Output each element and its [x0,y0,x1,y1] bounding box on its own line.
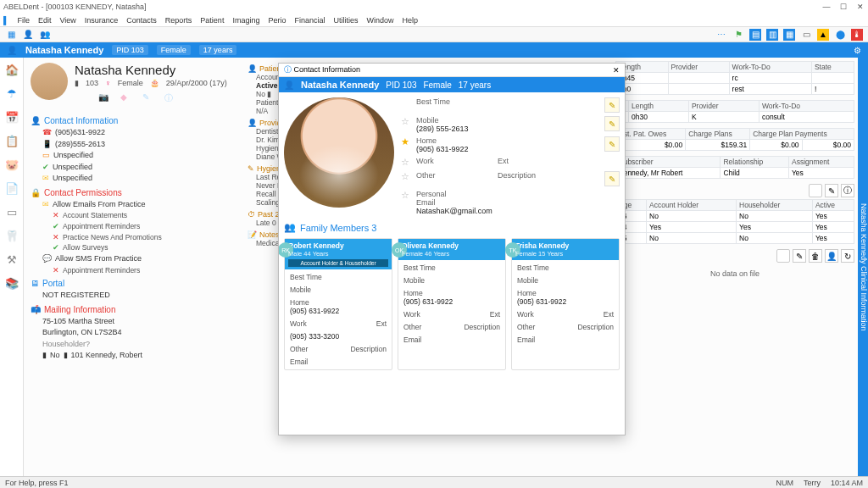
family-card[interactable]: OKOlivera KennedyFemale 46 Years Best Ti… [398,238,506,370]
family-card[interactable]: RKRobert KennedyMale 44 YearsAccount Hol… [284,238,392,370]
menu-edit[interactable]: Edit [38,16,52,25]
other-lbl: Other [416,171,467,180]
doc2-icon[interactable]: ▥ [766,29,778,41]
app-title: ABELDent - [000103 KENNEDY, Natasha] [3,3,146,11]
appointments-grid: LengthProviderWork-To-DoState 0h45rc 1h0… [615,61,854,95]
delete-button[interactable]: 🗑 [809,249,822,263]
refresh-button[interactable]: ↻ [841,249,854,263]
close-icon[interactable]: ✕ [856,3,865,11]
edit-other[interactable]: ✎ [604,171,620,186]
home-lbl: Home [416,136,467,145]
linked-person: 101 Kennedy, Robert [71,350,142,362]
nav-tool-icon[interactable]: ⚒ [5,252,19,266]
mail-icon: ✉ [42,173,49,185]
edit-button[interactable]: ✎ [825,184,838,197]
star2-icon[interactable]: ☆ [401,157,411,168]
menu-contacts[interactable]: Contacts [126,16,157,25]
diamond-icon[interactable]: ◆ [120,92,132,104]
modal-close-icon[interactable]: ✕ [613,66,620,75]
nav-calendar-icon[interactable]: 📅 [5,110,19,124]
star4-icon[interactable]: ☆ [401,190,411,201]
alert-icon[interactable]: ⬤ [834,29,846,41]
minimize-icon[interactable]: — [822,3,831,11]
table-row[interactable]: 46NoNoYes [616,211,854,222]
doc3-icon[interactable]: ▦ [783,29,795,41]
menu-window[interactable]: Window [366,16,393,25]
nav-tooth-icon[interactable]: 🦷 [5,229,19,242]
doc1-icon[interactable]: ▤ [749,29,761,41]
avatar [31,63,68,100]
portal-icon: 🖥 [31,279,39,288]
person-icon: 👤 [7,46,17,55]
edit-mobile[interactable]: ✎ [604,116,620,131]
user-icon[interactable]: 👤 [22,29,34,41]
email-perm-icon: ✉ [42,199,49,211]
financial-grid: Est. Pat. OwesCharge PlansCharge Plan Pa… [615,128,854,151]
table-row[interactable]: 1h0rest! [616,84,854,95]
star-icon[interactable]: ☆ [401,116,411,127]
table-row[interactable]: 15NoNoYes [616,233,854,244]
nav-umbrella-icon[interactable]: ☂ [5,86,19,100]
table-row[interactable]: 0h45rc [616,73,854,84]
camera-icon[interactable]: 📷 [98,92,110,104]
warn-icon[interactable]: ▲ [817,29,829,41]
clock-icon: ⏱ [248,210,255,219]
addr1: 75-105 Martha Street [42,316,114,328]
edit2-button[interactable]: ✎ [793,249,806,263]
page-icon[interactable]: ▭ [800,29,812,41]
nav-note-icon[interactable]: 📄 [5,181,19,195]
thermo-icon[interactable]: 🌡 [851,29,863,41]
edit-besttime[interactable]: ✎ [604,97,620,113]
g1h3: State [811,62,854,73]
menubar: ▌ File Edit View Insurance Contacts Repo… [0,14,868,27]
mobile-lbl: Mobile [416,116,467,125]
flag-icon[interactable]: ⚑ [732,29,744,41]
nav-clipboard-icon[interactable]: 📋 [5,134,19,147]
maximize-icon[interactable]: ☐ [839,3,848,11]
star3-icon[interactable]: ☆ [401,171,411,182]
nav-piggy-icon[interactable]: 🐷 [5,158,19,171]
star-fav-icon[interactable]: ★ [401,136,411,147]
check2-icon: ✔ [53,221,59,232]
contact-info-modal: ⓘ Contact Information ✕ 👤 Natasha Kenned… [278,63,626,435]
menu-utilities[interactable]: Utilities [333,16,358,25]
users-icon[interactable]: 👥 [39,29,51,41]
table-row[interactable]: 44YesYesYes [616,222,854,233]
mailing-header: Mailing Information [44,305,115,314]
add2-button[interactable]: + [776,249,790,263]
more-icon[interactable]: ⋯ [715,29,727,41]
family-card[interactable]: TKTrisha KennedyFemale 15 Years Best Tim… [511,238,620,370]
menu-view[interactable]: View [59,16,75,25]
menu-financial[interactable]: Financial [294,16,325,25]
ext-lbl: Ext [498,157,509,165]
nav-home-icon[interactable]: 🏠 [5,63,19,76]
menu-perio[interactable]: Perio [268,16,286,25]
portal-header: Portal [42,279,64,288]
grid-icon[interactable]: ▦ [5,29,17,41]
nav-card-icon[interactable]: ▭ [5,205,19,219]
modal-info-icon: ⓘ [284,65,292,74]
patient-name: Natasha Kennedy [25,45,103,55]
gear-icon[interactable]: ⚙ [854,46,861,55]
info-button[interactable]: ⓘ [841,184,854,197]
info-icon[interactable]: ⓘ [164,92,176,104]
nav-docs-icon[interactable]: 📚 [5,276,19,290]
menu-insurance[interactable]: Insurance [85,16,119,25]
note-icon: 📝 [248,230,257,239]
pencil-icon[interactable]: ✎ [142,92,154,104]
appt-rem2: Appointment Reminders [63,265,140,276]
menu-patient[interactable]: Patient [200,16,224,25]
right-nav-tab[interactable]: Natasha Kennedy Clinical Information [858,58,868,476]
add-button[interactable]: + [809,184,822,197]
person-button[interactable]: 👤 [825,249,838,263]
modal-pid: PID 103 [386,80,416,90]
surveys: Allow Surveys [63,242,108,253]
status-time: 10:14 AM [831,479,863,487]
menu-imaging[interactable]: Imaging [232,16,259,25]
menu-help[interactable]: Help [403,16,419,25]
edit-home[interactable]: ✎ [604,136,620,152]
menu-file[interactable]: File [17,16,30,25]
menu-reports[interactable]: Reports [165,16,192,25]
table-row[interactable]: Kennedy, Mr RobertChildYes [616,168,854,179]
table-row[interactable]: 0h30Kconsult [616,112,854,123]
